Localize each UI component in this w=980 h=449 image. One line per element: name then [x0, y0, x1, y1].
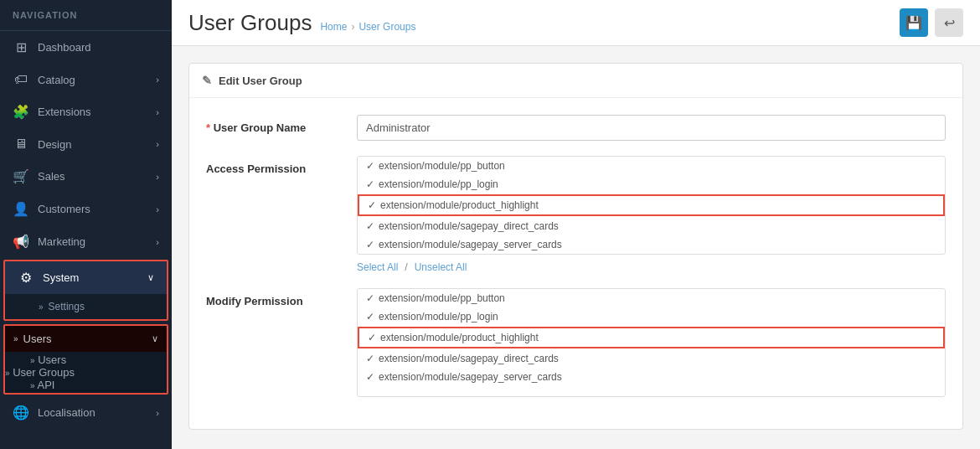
access-perm-item-3: ✓ extension/module/sagepay_direct_cards	[358, 217, 945, 235]
modify-check-icon-1: ✓	[366, 311, 374, 323]
sidebar-item-customers[interactable]: 👤 Customers ›	[0, 193, 172, 225]
access-permission-box[interactable]: ✓ extension/module/pp_button ✓ extension…	[357, 156, 946, 255]
sidebar-item-settings[interactable]: » Settings	[5, 294, 167, 319]
users-group-arrow-icon: »	[13, 334, 18, 343]
customers-arrow-icon: ›	[156, 204, 159, 214]
sidebar: NAVIGATION ⊞ Dashboard 🏷 Catalog › 🧩 Ext…	[0, 0, 172, 449]
user-groups-arrow-icon: »	[5, 369, 10, 378]
card-header: ✎ Edit User Group	[189, 64, 962, 98]
marketing-icon: 📢	[13, 234, 29, 250]
design-icon: 🖥	[13, 137, 29, 152]
sidebar-item-users-group[interactable]: » Users ∨	[5, 326, 167, 352]
card-header-label: Edit User Group	[219, 75, 302, 87]
sidebar-item-user-groups[interactable]: » User Groups	[5, 366, 167, 379]
modify-permission-label: Modify Permission	[206, 288, 357, 307]
users-submenu: » Users » User Groups » API	[5, 352, 167, 393]
access-unselect-all[interactable]: Unselect All	[415, 261, 467, 273]
sidebar-item-marketing[interactable]: 📢 Marketing ›	[0, 225, 172, 258]
user-group-name-label: User Group Name	[206, 115, 357, 134]
access-separator: /	[405, 261, 407, 273]
modify-permission-row: Modify Permission ✓ extension/module/pp_…	[206, 288, 946, 397]
modify-permission-section: ✓ extension/module/pp_button ✓ extension…	[357, 288, 946, 397]
modify-perm-item-2[interactable]: ✓ extension/module/product_highlight	[358, 327, 945, 348]
top-bar-right: 💾 ↩	[900, 8, 963, 37]
back-icon: ↩	[944, 15, 955, 31]
localisation-arrow-icon: ›	[156, 408, 159, 418]
users-sub-arrow-icon: »	[30, 356, 35, 365]
sidebar-item-localisation[interactable]: 🌐 Localisation ›	[0, 396, 172, 429]
modify-check-icon-3: ✓	[366, 353, 374, 364]
sidebar-item-dashboard[interactable]: ⊞ Dashboard	[0, 31, 172, 64]
page-title: User Groups	[188, 10, 312, 36]
users-group-chevron-icon: ∨	[152, 333, 158, 344]
check-icon-3: ✓	[366, 220, 374, 232]
modify-permission-box[interactable]: ✓ extension/module/pp_button ✓ extension…	[357, 288, 946, 397]
check-icon-2: ✓	[368, 199, 376, 211]
access-perm-item-1: ✓ extension/module/pp_login	[358, 175, 945, 194]
sidebar-item-api[interactable]: » API	[5, 379, 167, 391]
top-bar: User Groups Home › User Groups 💾 ↩	[172, 0, 980, 46]
dashboard-icon: ⊞	[13, 39, 29, 55]
check-icon-4: ✓	[366, 239, 374, 250]
access-perm-item-0: ✓ extension/module/pp_button	[358, 157, 945, 175]
customers-icon: 👤	[13, 201, 29, 217]
access-perm-item-2[interactable]: ✓ extension/module/product_highlight	[358, 194, 945, 216]
content-area: ✎ Edit User Group User Group Name Access…	[172, 46, 980, 449]
sidebar-header: NAVIGATION	[0, 0, 172, 31]
sidebar-item-extensions[interactable]: 🧩 Extensions ›	[0, 95, 172, 128]
modify-perm-item-3: ✓ extension/module/sagepay_direct_cards	[358, 349, 945, 368]
card-body: User Group Name Access Permission ✓ exte…	[189, 98, 962, 429]
sales-icon: 🛒	[13, 168, 29, 184]
catalog-arrow-icon: ›	[156, 75, 159, 85]
breadcrumb-current: User Groups	[358, 21, 415, 33]
modify-perm-item-1: ✓ extension/module/pp_login	[358, 307, 945, 326]
breadcrumb-home[interactable]: Home	[320, 21, 347, 33]
settings-arrow-icon: »	[39, 302, 44, 312]
user-group-name-row: User Group Name	[206, 115, 946, 141]
system-icon: ⚙	[18, 270, 34, 286]
localisation-icon: 🌐	[13, 405, 29, 421]
breadcrumb-separator: ›	[351, 21, 354, 33]
access-permission-section: ✓ extension/module/pp_button ✓ extension…	[357, 156, 946, 273]
marketing-arrow-icon: ›	[156, 237, 159, 247]
modify-check-icon-4: ✓	[366, 371, 374, 383]
modify-perm-item-0: ✓ extension/module/pp_button	[358, 289, 945, 307]
edit-card: ✎ Edit User Group User Group Name Access…	[188, 63, 963, 430]
user-group-name-input[interactable]	[357, 115, 946, 141]
api-arrow-icon: »	[30, 381, 35, 390]
sidebar-item-sales[interactable]: 🛒 Sales ›	[0, 160, 172, 193]
extensions-arrow-icon: ›	[156, 107, 159, 117]
top-bar-left: User Groups Home › User Groups	[188, 10, 415, 36]
sidebar-item-users[interactable]: » Users	[5, 354, 167, 366]
design-arrow-icon: ›	[156, 139, 159, 149]
access-select-all[interactable]: Select All	[357, 261, 398, 273]
check-icon-0: ✓	[366, 160, 374, 172]
access-select-links: Select All / Unselect All	[357, 261, 946, 273]
modify-check-icon-0: ✓	[366, 292, 374, 304]
breadcrumb: Home › User Groups	[320, 21, 415, 33]
catalog-icon: 🏷	[13, 72, 29, 87]
access-permission-label: Access Permission	[206, 156, 357, 175]
access-permission-row: Access Permission ✓ extension/module/pp_…	[206, 156, 946, 273]
back-button[interactable]: ↩	[935, 8, 963, 37]
access-perm-item-4: ✓ extension/module/sagepay_server_cards	[358, 235, 945, 254]
save-button[interactable]: 💾	[900, 8, 928, 37]
pencil-icon: ✎	[202, 74, 212, 87]
sales-arrow-icon: ›	[156, 172, 159, 182]
sidebar-item-design[interactable]: 🖥 Design ›	[0, 128, 172, 160]
modify-check-icon-2: ✓	[368, 332, 376, 343]
sidebar-item-system[interactable]: ⚙ System ∨	[5, 261, 167, 294]
system-submenu: » Settings	[5, 294, 167, 319]
sidebar-item-catalog[interactable]: 🏷 Catalog ›	[0, 64, 172, 95]
extensions-icon: 🧩	[13, 104, 29, 120]
save-icon: 💾	[905, 15, 922, 31]
main-content: User Groups Home › User Groups 💾 ↩ ✎ Edi…	[172, 0, 980, 449]
check-icon-1: ✓	[366, 178, 374, 190]
system-arrow-icon: ∨	[147, 272, 154, 283]
modify-perm-item-4: ✓ extension/module/sagepay_server_cards	[358, 368, 945, 386]
